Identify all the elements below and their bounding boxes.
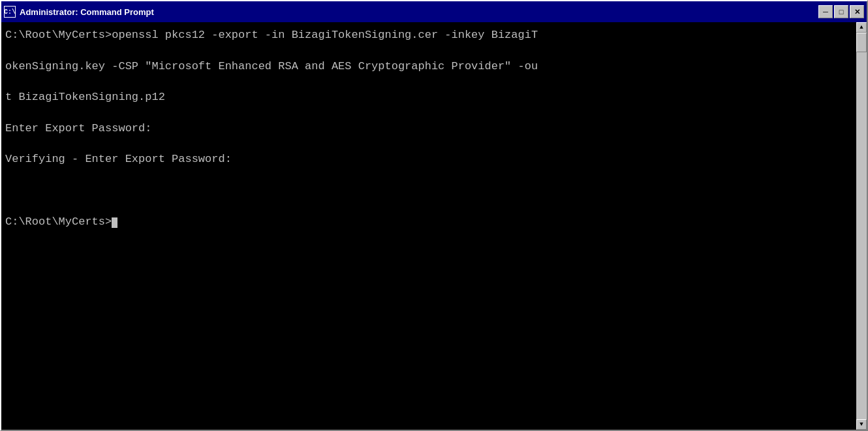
terminal-line: Verifying - Enter Export Password: (5, 152, 852, 167)
title-bar: C:\ Administrator: Command Prompt ─ □ ✕ (1, 1, 867, 22)
terminal-line: C:\Root\MyCerts>openssl pkcs12 -export -… (5, 27, 852, 43)
scroll-thumb[interactable] (856, 33, 867, 52)
scroll-up-button[interactable]: ▲ (856, 22, 867, 33)
terminal-area[interactable]: C:\Root\MyCerts>openssl pkcs12 -export -… (1, 22, 856, 430)
terminal-line: okenSigning.key -CSP "Microsoft Enhanced… (5, 59, 852, 74)
scrollbar: ▲ ▼ (856, 22, 867, 430)
title-bar-buttons: ─ □ ✕ (818, 5, 864, 18)
window-icon: C:\ (4, 6, 16, 18)
terminal-line (5, 183, 852, 199)
terminal-line: t BizagiTokenSigning.p12 (5, 89, 852, 105)
title-bar-left: C:\ Administrator: Command Prompt (4, 6, 154, 18)
icon-text: C:\ (4, 8, 16, 16)
minimize-button[interactable]: ─ (818, 5, 833, 18)
close-button[interactable]: ✕ (850, 5, 864, 18)
maximize-button[interactable]: □ (834, 5, 848, 18)
command-prompt-window: C:\ Administrator: Command Prompt ─ □ ✕ … (0, 0, 868, 431)
scroll-down-button[interactable]: ▼ (856, 419, 867, 430)
window-title: Administrator: Command Prompt (20, 7, 154, 17)
window-content: C:\Root\MyCerts>openssl pkcs12 -export -… (1, 22, 867, 430)
scroll-track[interactable] (856, 33, 867, 419)
terminal-line: Enter Export Password: (5, 121, 852, 136)
cursor (112, 217, 117, 228)
terminal-line: C:\Root\MyCerts> (5, 214, 852, 230)
